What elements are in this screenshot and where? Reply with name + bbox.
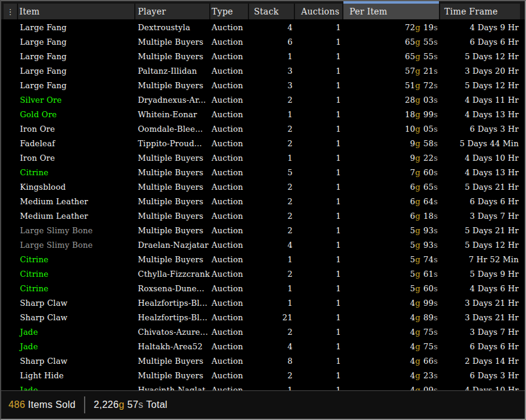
- silver-suffix: s: [433, 52, 438, 61]
- stack-size: 2: [249, 369, 295, 383]
- row-gutter: [4, 282, 18, 296]
- player-name: Oomdale-Blee...: [135, 122, 210, 137]
- silver-suffix: s: [433, 357, 438, 366]
- table-row[interactable]: Silver Ore Dryadnexus-Ar... Auction 2 1 …: [1, 93, 525, 108]
- time-frame: 6 Days 3 Hr: [440, 122, 520, 137]
- per-item-price: 5g61s: [343, 267, 440, 282]
- sale-type: Auction: [210, 383, 249, 390]
- table-row[interactable]: Citrine Multiple Buyers Auction 5 1 7g60…: [1, 166, 525, 180]
- column-header-time-frame[interactable]: Time Frame: [440, 4, 520, 19]
- item-name: Large Slimy Bone: [18, 238, 135, 253]
- row-gutter: [4, 180, 18, 195]
- auction-count: 1: [295, 50, 343, 64]
- per-item-price: 4g99s: [343, 296, 440, 311]
- table-row[interactable]: Large Fang Multiple Buyers Auction 3 1 5…: [1, 79, 525, 93]
- player-name: Whitein-Eonar: [135, 108, 210, 122]
- row-gutter: [4, 253, 18, 267]
- silver-suffix: s: [433, 37, 438, 47]
- time-frame: 3 Days 20 Hr: [440, 64, 520, 79]
- stack-size: 2: [249, 195, 295, 209]
- gold-amount: 7: [410, 168, 415, 177]
- sale-type: Auction: [210, 166, 249, 180]
- table-row[interactable]: Citrine Cthylla-Fizzcrank Auction 2 1 5g…: [1, 267, 525, 282]
- column-header-per-item[interactable]: Per Item: [343, 4, 440, 19]
- per-item-price: 5g93s: [343, 224, 440, 238]
- table-row[interactable]: Jade Haltakh-Area52 Auction 4 1 4g75s 6 …: [1, 340, 525, 354]
- sale-type: Auction: [210, 253, 249, 267]
- header-row: ⋮ Item Player Type Stack Auctions Per It…: [1, 4, 525, 19]
- gold-suffix: g: [415, 153, 421, 163]
- item-name: Iron Ore: [18, 122, 135, 137]
- gold-suffix: g: [415, 95, 421, 105]
- total-silver-suffix: s: [138, 399, 143, 410]
- table-row[interactable]: Iron Ore Oomdale-Blee... Auction 2 1 10g…: [1, 122, 525, 137]
- silver-amount: 22: [423, 153, 433, 163]
- table-row[interactable]: Jade Hyacinth-Naglat... Auction 1 1 4g09…: [1, 383, 525, 390]
- column-header-auctions[interactable]: Auctions: [295, 4, 343, 19]
- per-item-price: 4g75s: [343, 340, 440, 354]
- item-name: Large Fang: [18, 50, 135, 64]
- table-row[interactable]: Large Fang Multiple Buyers Auction 6 1 6…: [1, 35, 525, 50]
- player-name: Healzfortips-Bl...: [135, 311, 210, 325]
- stack-size: 3: [249, 79, 295, 93]
- table-row[interactable]: Medium Leather Multiple Buyers Auction 2…: [1, 195, 525, 209]
- stack-size: 1: [249, 108, 295, 122]
- table-row[interactable]: Jade Chivatos-Azure... Auction 2 1 4g75s…: [1, 325, 525, 340]
- table-row[interactable]: Sharp Claw Healzfortips-Bl... Auction 21…: [1, 311, 525, 325]
- table-row[interactable]: Fadeleaf Tippito-Proud... Auction 2 1 9g…: [1, 137, 525, 151]
- silver-suffix: s: [433, 95, 438, 105]
- auction-count: 1: [295, 267, 343, 282]
- time-frame: 2 Days 14 Hr: [440, 354, 520, 369]
- table-row[interactable]: Kingsblood Multiple Buyers Auction 2 1 6…: [1, 180, 525, 195]
- table-row[interactable]: Citrine Roxsena-Dune... Auction 1 1 5g60…: [1, 282, 525, 296]
- table-row[interactable]: Iron Ore Multiple Buyers Auction 1 1 9g2…: [1, 151, 525, 166]
- auction-count: 1: [295, 224, 343, 238]
- table-row[interactable]: Gold Ore Whitein-Eonar Auction 1 1 18g99…: [1, 108, 525, 122]
- stack-size: 1: [249, 282, 295, 296]
- table-row[interactable]: Medium Leather Multiple Buyers Auction 2…: [1, 209, 525, 224]
- table-row[interactable]: Sharp Claw Multiple Buyers Auction 8 1 4…: [1, 354, 525, 369]
- column-header-type[interactable]: Type: [210, 4, 249, 19]
- gold-suffix: g: [415, 197, 421, 206]
- table-row[interactable]: Citrine Multiple Buyers Auction 1 1 5g74…: [1, 253, 525, 267]
- row-gutter: [4, 35, 18, 50]
- column-header-stack[interactable]: Stack: [249, 4, 295, 19]
- gold-amount: 28: [405, 95, 415, 105]
- time-frame: 3 Days 7 Hr: [440, 325, 520, 340]
- player-name: Multiple Buyers: [135, 180, 210, 195]
- per-item-price: 4g89s: [343, 311, 440, 325]
- column-label: Time Frame: [444, 7, 498, 16]
- sale-type: Auction: [210, 21, 249, 35]
- table-row[interactable]: Large Fang Multiple Buyers Auction 1 1 6…: [1, 50, 525, 64]
- item-name: Silver Ore: [18, 93, 135, 108]
- column-header-player[interactable]: Player: [135, 4, 210, 19]
- gold-suffix: g: [415, 313, 421, 322]
- table-row[interactable]: Large Slimy Bone Multiple Buyers Auction…: [1, 224, 525, 238]
- table-row[interactable]: Sharp Claw Healzfortips-Bl... Auction 1 …: [1, 296, 525, 311]
- per-item-price: 18g99s: [343, 108, 440, 122]
- sale-type: Auction: [210, 137, 249, 151]
- column-header-item[interactable]: Item: [18, 4, 135, 19]
- gold-amount: 57: [405, 66, 415, 76]
- row-gutter: [4, 340, 18, 354]
- per-item-price: 5g74s: [343, 253, 440, 267]
- sale-type: Auction: [210, 108, 249, 122]
- table-row[interactable]: Large Fang Paltanz-Illidan Auction 3 1 5…: [1, 64, 525, 79]
- auction-count: 1: [295, 296, 343, 311]
- table-row[interactable]: Light Hide Multiple Buyers Auction 2 1 4…: [1, 369, 525, 383]
- per-item-price: 5g60s: [343, 282, 440, 296]
- silver-suffix: s: [433, 124, 438, 134]
- table-row[interactable]: Large Fang Dextroustyla Auction 4 1 72g1…: [1, 21, 525, 35]
- column-label: Stack: [254, 7, 279, 16]
- table-row[interactable]: Large Slimy Bone Draelan-Nazjatar Auctio…: [1, 238, 525, 253]
- stack-size: 1: [249, 151, 295, 166]
- auction-count: 1: [295, 108, 343, 122]
- time-frame: 5 Days 12 Hr: [440, 50, 520, 64]
- sale-type: Auction: [210, 296, 249, 311]
- gold-amount: 51: [405, 81, 415, 90]
- row-gutter: [4, 166, 18, 180]
- player-name: Multiple Buyers: [135, 79, 210, 93]
- row-gutter: [4, 137, 18, 151]
- silver-amount: 64: [423, 197, 433, 206]
- column-menu-button[interactable]: ⋮: [4, 4, 18, 19]
